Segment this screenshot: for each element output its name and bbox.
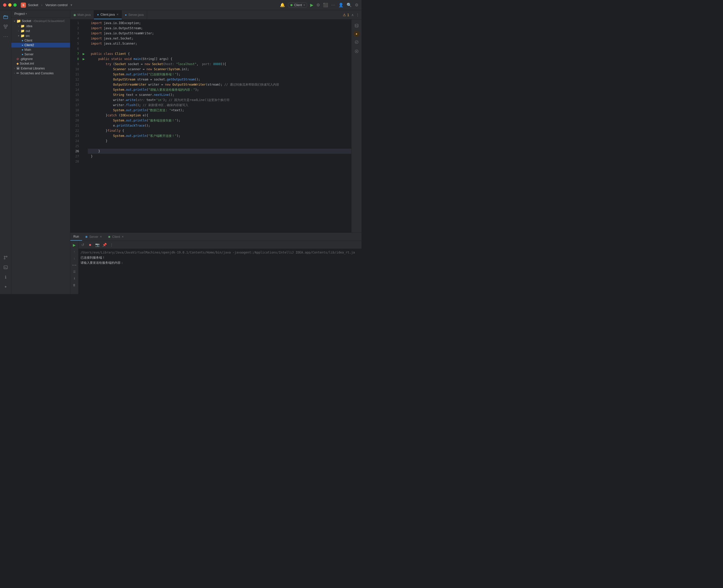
tab-collapse-icon[interactable]: ∧ (351, 13, 354, 17)
debug-icon[interactable]: ⬛ (323, 3, 328, 7)
console-content[interactable]: /Users/eve/Library/Java/JavaVirtualMachi… (79, 249, 361, 294)
console-restart-btn[interactable]: ↺ (80, 241, 86, 248)
tab-client-java[interactable]: ● Client.java ✕ (94, 10, 122, 19)
ln-24: 24 (70, 139, 81, 144)
bottom-panel: Run ◉ Server ✕ ◉ Client ✕ (70, 232, 361, 294)
code-line-9: try (Socket socket = new Socket(host: "l… (88, 62, 351, 67)
ln-28: 28 (70, 159, 81, 164)
sidebar-icon-structure[interactable] (1, 22, 10, 31)
tree-arrow-out: › (16, 29, 21, 32)
tree-main[interactable]: ● Main (11, 47, 70, 52)
titlebar-left: S Socket › Version control ▾ (21, 3, 73, 8)
console-more-btn[interactable]: ⋮ (108, 241, 115, 248)
bottom-tab-client[interactable]: ◉ Client ✕ (105, 233, 127, 241)
run-info-btn[interactable]: ℹ (71, 275, 78, 281)
rm-5 (83, 41, 88, 46)
rm-7[interactable]: ▶ (83, 51, 88, 56)
right-icon-copilot[interactable] (353, 47, 361, 55)
bottom-tab-server[interactable]: ◉ Server ✕ (82, 233, 105, 241)
code-line-28 (88, 159, 351, 164)
tab-label-client: Client.java (101, 13, 115, 16)
tree-iml[interactable]: ◆ Socket.iml (11, 61, 70, 66)
sidebar-icon-dots[interactable]: ⋯ (1, 32, 10, 41)
gear-icon[interactable]: ⚙ (355, 3, 358, 7)
project-name[interactable]: Socket (28, 3, 38, 7)
project-header-arrow: ▾ (26, 12, 27, 15)
tree-client[interactable]: ● Client (11, 38, 70, 43)
scratches-name: Scratches and Consoles (20, 71, 54, 75)
run-list-btn[interactable]: ☰ (71, 269, 78, 275)
console-pin-btn[interactable]: 📌 (101, 241, 108, 248)
right-icon-ai-chat[interactable] (353, 38, 361, 46)
tree-scratches[interactable]: › ✏ Scratches and Consoles (11, 71, 70, 76)
sidebar-icon-terminal[interactable] (1, 263, 10, 272)
console-screenshot-btn[interactable]: 📷 (94, 241, 101, 248)
ln-8: 8 (70, 56, 81, 62)
gitignore-icon: ⊘ (16, 57, 19, 61)
notifications-icon[interactable]: 🔔 (280, 3, 285, 7)
sidebar-icons: ⋯ ℹ ✦ (0, 10, 11, 294)
maximize-button[interactable] (13, 3, 17, 7)
bottom-tab-server-close[interactable]: ✕ (100, 235, 102, 238)
rm-8[interactable]: ▶ (83, 56, 88, 62)
ln-14: 14 (70, 87, 81, 92)
run-widget[interactable]: Client ▾ (288, 3, 307, 8)
tabs-right: ⚠ 1 ∧ ⋮ (343, 13, 361, 17)
sidebar-icon-info[interactable]: ℹ (1, 272, 10, 282)
close-button[interactable] (3, 3, 6, 7)
profile-icon[interactable]: 👤 (338, 3, 344, 7)
run-play-btn[interactable]: ▶ (71, 242, 78, 248)
right-sidebar: ● (351, 20, 361, 232)
code-line-21: e.printStackTrace(); (88, 123, 351, 128)
right-icon-notification[interactable]: ● (354, 31, 360, 37)
more-icon[interactable]: ⋯ (331, 3, 335, 7)
bottom-tab-run-label: Run (73, 235, 79, 238)
project-header[interactable]: Project ▾ (11, 10, 70, 17)
sidebar-icon-ai[interactable]: ✦ (1, 282, 10, 291)
bottom-toolbar: ↺ ■ 📷 📌 ⋮ (79, 241, 361, 249)
run-icon[interactable]: ▶ (310, 3, 313, 7)
code-line-1: import java.io.IOException; (88, 21, 351, 26)
run-scroll-btn[interactable]: ↑ (71, 249, 78, 255)
sidebar-icon-folder[interactable] (1, 12, 10, 22)
ln-6: 6 (70, 46, 81, 51)
sidebar-icon-git[interactable] (1, 253, 10, 262)
rm-18 (83, 108, 88, 113)
tree-gitignore[interactable]: ⊘ .gitignore (11, 57, 70, 61)
bottom-tab-run[interactable]: Run (70, 233, 82, 241)
rm-3 (83, 31, 88, 36)
tree-idea[interactable]: › 📁 .idea (11, 24, 70, 28)
tree-src[interactable]: ▾ 📁 src (11, 33, 70, 38)
tree-client2[interactable]: ● Client2 (11, 43, 70, 47)
main-name: Main (24, 48, 31, 51)
run-scroll-down-btn[interactable]: ↓ (71, 255, 78, 261)
run-trash-btn[interactable]: 🗑 (71, 282, 78, 288)
ln-13: 13 (70, 82, 81, 87)
tree-arrow-ext: › (12, 67, 16, 70)
console-stop-btn[interactable]: ■ (87, 241, 94, 248)
tree-external[interactable]: › 🏛 External Libraries (11, 66, 70, 71)
idea-icon: 📁 (21, 24, 25, 28)
tab-label-server: Server.java (128, 13, 144, 17)
minimize-button[interactable] (8, 3, 12, 7)
code-content[interactable]: import java.io.IOException; import java.… (88, 20, 351, 232)
tab-close-client[interactable]: ✕ (117, 13, 119, 16)
tab-server-java[interactable]: ● Server.java (122, 10, 147, 19)
right-icon-db[interactable] (353, 22, 361, 30)
ln-4: 4 (70, 36, 81, 41)
settings-icon[interactable]: ⚙ (316, 3, 320, 7)
search-icon[interactable]: 🔍 (347, 3, 352, 7)
tree-root[interactable]: ▾ 📁 Socket ~/Desktop/CS/JavaWeb/C (11, 18, 70, 24)
tab-main-java[interactable]: ◉ Main.java (70, 10, 94, 19)
tree-out[interactable]: › 📁 out (11, 28, 70, 33)
bottom-tab-server-label: Server (89, 235, 98, 239)
client2-file-icon: ● (22, 43, 23, 47)
code-line-16: writer.write(str: text+'\n'); // 因为对方是re… (88, 98, 351, 103)
tab-more-icon[interactable]: ⋮ (356, 13, 359, 17)
ln-5: 5 (70, 41, 81, 46)
vcs-label[interactable]: Version control (45, 3, 67, 7)
bottom-tab-client-close[interactable]: ✕ (122, 235, 124, 238)
run-wrap-btn[interactable]: ⟼ (71, 262, 78, 268)
tree-server[interactable]: ● Server (11, 52, 70, 57)
rm-10 (83, 67, 88, 72)
